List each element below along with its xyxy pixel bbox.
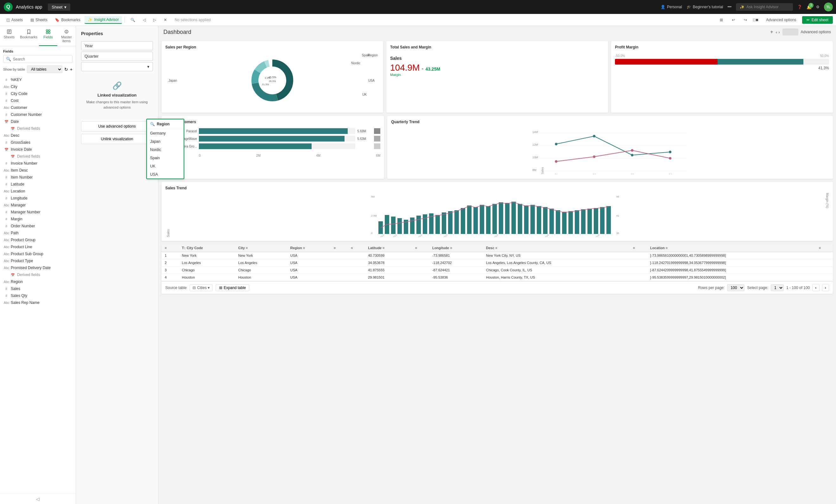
advanced-options-btn[interactable]: Advanced options bbox=[763, 17, 799, 23]
add-chart-btn[interactable]: + bbox=[770, 29, 773, 35]
field-sales-qty[interactable]: #Sales Qty bbox=[3, 292, 73, 299]
th-city-code[interactable]: T↕ City Code bbox=[178, 244, 235, 252]
profit-bar-track bbox=[615, 59, 829, 64]
source-table-selector[interactable]: ⊟ Cities ▾ bbox=[190, 284, 212, 291]
assets-tab[interactable]: ◫ Assets bbox=[3, 17, 26, 23]
settings-btn[interactable]: ⚙ bbox=[816, 5, 819, 9]
field-invoice-number[interactable]: #Invoice Number bbox=[3, 160, 73, 167]
next-table-btn[interactable]: › bbox=[822, 284, 829, 291]
toggle-switch[interactable] bbox=[782, 28, 798, 36]
field-grosssales[interactable]: #GrossSales bbox=[3, 139, 73, 146]
field-order-number[interactable]: #Order Number bbox=[3, 222, 73, 230]
field-key[interactable]: #%KEY bbox=[3, 76, 73, 83]
grid-view-btn[interactable]: ⊞ bbox=[717, 17, 726, 23]
region-item-uk[interactable]: UK bbox=[147, 162, 184, 170]
sales-region-title: Sales per Region bbox=[165, 45, 379, 50]
field-sales[interactable]: #Sales bbox=[3, 285, 73, 292]
field-location[interactable]: AbcLocation bbox=[3, 188, 73, 195]
field-cost[interactable]: #Cost bbox=[3, 97, 73, 104]
sidebar-tab-sheets[interactable]: Sheets bbox=[0, 26, 18, 46]
sidebar-collapse-btn[interactable]: ◁ bbox=[0, 493, 76, 504]
svg-rect-60 bbox=[467, 206, 472, 234]
svg-text:26.9%: 26.9% bbox=[269, 80, 276, 83]
field-desc[interactable]: AbcDesc bbox=[3, 132, 73, 139]
help-btn[interactable]: ❓ bbox=[797, 5, 802, 9]
field-invoice-date[interactable]: 📅Invoice Date bbox=[3, 146, 73, 153]
region-item-germany[interactable]: Germany bbox=[147, 129, 184, 137]
notifications[interactable]: 🔔 3 bbox=[806, 5, 812, 9]
field-region[interactable]: AbcRegion bbox=[3, 278, 73, 285]
table-select[interactable]: All tables bbox=[27, 65, 62, 73]
edit-sheet-btn[interactable]: ✏ Edit sheet bbox=[802, 16, 833, 24]
region-item-japan[interactable]: Japan bbox=[147, 137, 184, 146]
field-manager-number[interactable]: #Manager Number bbox=[3, 209, 73, 216]
bar-chart: Paracel 5.69M PageWave bbox=[165, 127, 380, 153]
forward-btn[interactable]: ▷ bbox=[150, 17, 159, 23]
field-manager[interactable]: AbcManager bbox=[3, 202, 73, 209]
field-customer-number[interactable]: #Customer Number bbox=[3, 111, 73, 118]
region-item-nordic[interactable]: Nordic bbox=[147, 146, 184, 154]
prev-table-btn[interactable]: ‹ bbox=[812, 284, 819, 291]
page-select[interactable]: 1 bbox=[771, 284, 784, 291]
field-date[interactable]: 📅Date bbox=[3, 118, 73, 125]
prev-page-btn[interactable]: ‹ bbox=[776, 30, 777, 35]
field-product-line[interactable]: AbcProduct Line bbox=[3, 244, 73, 250]
toggle-group[interactable]: ◻◼ bbox=[753, 18, 758, 22]
field-item-number[interactable]: #Item Number bbox=[3, 174, 73, 181]
user-avatar[interactable]: TL bbox=[824, 2, 833, 12]
field-city[interactable]: AbcCity bbox=[3, 83, 73, 90]
clear-btn[interactable]: ✕ bbox=[160, 17, 170, 23]
back-btn[interactable]: ◁ bbox=[140, 17, 149, 23]
field-promised[interactable]: AbcPromised Delivery Date bbox=[3, 264, 73, 271]
add-field-btn[interactable]: + bbox=[70, 67, 73, 72]
th-desc[interactable]: Desc ≡ bbox=[483, 244, 630, 252]
fields-search-box[interactable]: 🔍 bbox=[3, 55, 73, 63]
tutorial-btn[interactable]: 🎓 Beginner's tutorial bbox=[686, 5, 723, 9]
unlink-btn[interactable]: Unlink visualization bbox=[81, 134, 153, 144]
personal-btn[interactable]: 👤 Personal bbox=[661, 5, 682, 9]
smart-search-btn[interactable]: 🔍 bbox=[127, 17, 138, 23]
advanced-options-btn[interactable]: Use advanced options bbox=[81, 121, 153, 131]
svg-rect-9 bbox=[49, 32, 50, 34]
field-product-group[interactable]: AbcProduct Group bbox=[3, 236, 73, 244]
redo-btn[interactable]: ↪ bbox=[741, 17, 750, 23]
quarter-pill[interactable]: Quarter bbox=[81, 52, 153, 61]
field-longitude[interactable]: #Longitude bbox=[3, 195, 73, 202]
fields-search-input[interactable] bbox=[13, 57, 70, 61]
next-page-btn[interactable]: › bbox=[778, 30, 780, 35]
field-path[interactable]: AbcPath bbox=[3, 230, 73, 236]
insight-advisor-tab[interactable]: ✨ Insight Advisor bbox=[84, 16, 122, 24]
table-scroll[interactable]: ≡ T↕ City Code City ≡ Region ≡ ≡ ≡ Latit… bbox=[162, 244, 833, 281]
more-btn[interactable]: ••• bbox=[727, 5, 732, 9]
th-city[interactable]: City ≡ bbox=[235, 244, 287, 252]
dropdown-pill[interactable]: ▾ bbox=[81, 62, 153, 71]
field-sales-rep[interactable]: AbcSales Rep Name bbox=[3, 299, 73, 306]
region-dropdown: 🔍 Region Germany Japan Nordic Spain UK U… bbox=[146, 119, 184, 179]
expand-table-btn[interactable]: ⊞ Expand table bbox=[216, 284, 249, 291]
insight-search-box[interactable]: ✨ Ask Insight Advisor bbox=[736, 3, 793, 11]
bookmarks-tab[interactable]: 🔖 Bookmarks bbox=[52, 17, 83, 23]
sidebar-tab-master[interactable]: Master items bbox=[57, 26, 76, 46]
sheets-tab[interactable]: ▤ Sheets bbox=[27, 17, 50, 23]
rows-per-page-select[interactable]: 100 bbox=[727, 284, 744, 291]
field-latitude[interactable]: #Latitude bbox=[3, 181, 73, 188]
region-item-usa[interactable]: USA bbox=[147, 170, 184, 178]
th-region[interactable]: Region ≡ bbox=[287, 244, 330, 252]
field-margin[interactable]: #Margin bbox=[3, 216, 73, 222]
field-product-type[interactable]: AbcProduct Type bbox=[3, 257, 73, 264]
sales-values: 104.9M - 43.25M bbox=[390, 63, 604, 73]
th-location[interactable]: Location ≡ bbox=[647, 244, 816, 252]
sheet-selector[interactable]: Sheet ▾ bbox=[48, 3, 70, 11]
field-item-desc[interactable]: AbcItem Desc bbox=[3, 167, 73, 174]
th-latitude[interactable]: Latitude ≡ bbox=[365, 244, 412, 252]
field-city-code[interactable]: #City Code bbox=[3, 90, 73, 97]
year-pill[interactable]: Year bbox=[81, 41, 153, 50]
sidebar-tab-fields[interactable]: Fields bbox=[39, 26, 57, 46]
th-longitude[interactable]: Longitude ≡ bbox=[429, 244, 483, 252]
region-item-spain[interactable]: Spain bbox=[147, 154, 184, 162]
field-product-sub[interactable]: AbcProduct Sub Group bbox=[3, 250, 73, 257]
field-customer[interactable]: AbcCustomer bbox=[3, 104, 73, 111]
undo-btn[interactable]: ↩ bbox=[729, 17, 738, 23]
refresh-btn[interactable]: ↻ bbox=[64, 67, 68, 72]
sidebar-tab-bookmarks[interactable]: Bookmarks bbox=[18, 26, 39, 46]
